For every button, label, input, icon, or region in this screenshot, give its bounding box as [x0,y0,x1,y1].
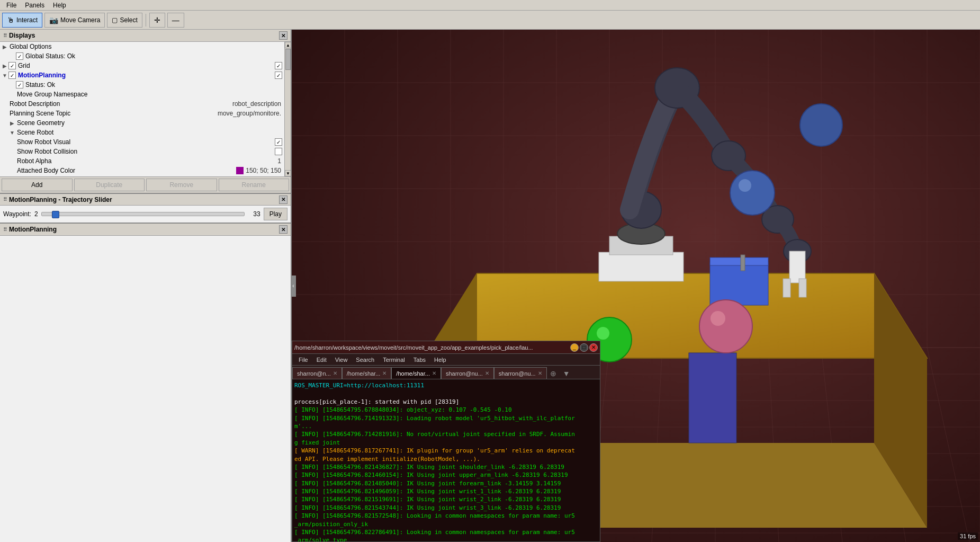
motion-planning-right-checkbox[interactable] [275,72,282,79]
terminal-add-tab-button[interactable]: ⊕ [547,368,560,379]
terminal-maximize-button[interactable]: □ [580,343,588,352]
term-menu-help[interactable]: Help [430,356,451,364]
tree-item-show-robot-visual[interactable]: Show Robot Visual [15,137,284,147]
3d-viewport[interactable]: 31 fps /home/sharron/workspace/views/mov… [292,30,980,542]
tree-item-scene-robot[interactable]: ▼ Scene Robot [7,128,284,137]
trajectory-close-button[interactable]: ✕ [279,196,287,204]
scroll-up-arrow[interactable]: ▲ [285,42,291,48]
terminal-line: [ INFO] [1548654796.821543744]: IK Using… [294,504,598,512]
tab-close-2[interactable]: ✕ [382,370,386,376]
motion-planning-checkbox[interactable] [8,72,16,79]
collapse-handle[interactable]: ‹ [291,276,296,297]
menu-help[interactable]: Help [49,1,70,10]
terminal-tab-3[interactable]: /home/shar... ✕ [391,367,441,379]
select-button[interactable]: ▢ Select [107,13,142,28]
tree-item-robot-desc[interactable]: Robot Description robot_description [7,99,284,109]
tab-label-3: /home/shar... [396,370,430,377]
color-swatch[interactable] [236,167,244,174]
svg-rect-60 [710,257,768,265]
term-menu-file[interactable]: File [294,356,312,364]
term-menu-search[interactable]: Search [352,356,379,364]
attached-body-color-value: 150; 50; 150 [246,167,281,174]
expand-icon: ▶ [1,43,8,50]
duplicate-button[interactable]: Duplicate [74,179,145,191]
show-robot-visual-checkbox[interactable] [275,138,282,146]
tree-item-planning-scene-topic[interactable]: Planning Scene Topic move_group/monitore… [7,109,284,118]
scroll-down-arrow[interactable]: ▼ [285,170,291,176]
robot-desc-label: Robot Description [8,100,232,108]
play-button[interactable]: Play [264,208,287,220]
terminal-options-button[interactable]: ▼ [560,368,573,379]
tree-item-status-ok[interactable]: Status: Ok [7,80,284,90]
attached-body-color-label: Attached Body Color [16,167,236,174]
terminal-close-button[interactable]: ✕ [589,343,598,352]
rename-button[interactable]: Rename [219,179,290,191]
trajectory-slider[interactable] [41,212,245,216]
add-button[interactable]: Add [2,179,73,191]
svg-rect-48 [599,252,684,281]
select-label: Select [120,16,137,24]
interact-label: Interact [16,16,38,24]
slider-thumb[interactable] [52,211,59,218]
menu-panels[interactable]: Panels [21,1,49,10]
terminal-tab-5[interactable]: sharron@nu... ✕ [494,367,547,379]
terminal-line: [ INFO] [1548654795.678848034]: object_x… [294,406,598,414]
waypoint-row: Waypoint: 2 33 Play [0,206,291,223]
tree-item-motion-planning[interactable]: ▼ MotionPlanning [0,70,284,80]
terminal-tab-4[interactable]: sharron@nu... ✕ [441,367,494,379]
tree-item-move-group-ns[interactable]: Move Group Namespace [7,90,284,99]
global-status-checkbox[interactable] [16,52,23,60]
expand-icon: ▶ [8,119,16,127]
motion-planning-panel-title: MotionPlanning [9,226,57,233]
remove-button[interactable]: Remove [146,179,217,191]
term-menu-edit[interactable]: Edit [312,356,331,364]
motion-planning-panel-header: ⠿ MotionPlanning ✕ [0,224,291,236]
tree-item-robot-alpha[interactable]: Robot Alpha 1 [15,156,284,166]
term-menu-tabs[interactable]: Tabs [409,356,430,364]
displays-title: Displays [9,32,35,39]
motion-planning-close-button[interactable]: ✕ [279,225,287,234]
trajectory-panel-header: ⠿ MotionPlanning - Trajectory Slider ✕ [0,194,291,206]
terminal-line: [ INFO] [1548654796.821436827]: IK Using… [294,463,598,471]
move-camera-button[interactable]: 📷 Move Camera [44,13,105,28]
tree-item-scene-geometry[interactable]: ▶ Scene Geometry [7,118,284,128]
tab-close-3[interactable]: ✕ [432,370,436,376]
show-robot-collision-checkbox[interactable] [275,148,282,155]
interact-button[interactable]: 🖱 Interact [2,13,42,28]
crosshair-button[interactable]: ✛ [149,13,165,28]
tree-item-show-robot-collision[interactable]: Show Robot Collision [15,147,284,156]
minus-button[interactable]: — [167,13,184,28]
tab-close-4[interactable]: ✕ [485,370,489,376]
status-ok-checkbox[interactable] [16,81,23,88]
displays-inner: ▶ Global Options Global Status: Ok [0,42,291,176]
term-menu-terminal[interactable]: Terminal [379,356,409,364]
expand-icon: ▶ [1,62,8,69]
tree-item-attached-body-color[interactable]: Attached Body Color 150; 50; 150 [15,166,284,175]
scroll-thumb[interactable] [285,49,291,70]
terminal-tab-1[interactable]: sharron@n... ✕ [292,367,342,379]
svg-point-64 [699,300,752,353]
left-panel: ⠿ Displays ✕ ▶ Global Options [0,30,292,542]
terminal-minimize-button[interactable]: _ [570,343,579,352]
displays-close-button[interactable]: ✕ [279,31,287,40]
grid-checkbox[interactable] [8,62,16,69]
tree-item-grid[interactable]: ▶ Grid [0,61,284,70]
terminal-tab-2[interactable]: /home/shar... ✕ [342,367,392,379]
motion-planning-label: MotionPlanning [17,72,66,79]
displays-scrollbar[interactable]: ▲ ▼ [284,42,291,176]
grid-right-checkbox[interactable] [275,62,282,69]
tree-item-global-status[interactable]: Global Status: Ok [7,51,284,61]
svg-point-65 [711,311,725,326]
terminal-titlebar: /home/sharron/workspace/views/moveit/src… [292,341,600,354]
tab-close-5[interactable]: ✕ [538,370,542,376]
term-menu-view[interactable]: View [331,356,352,364]
show-robot-visual-label: Show Robot Visual [16,138,275,146]
robot-desc-value: robot_description [232,100,281,108]
terminal-line: process[pick_place-1]: started with pid … [294,398,598,406]
tab-close-1[interactable]: ✕ [333,370,337,376]
terminal-body[interactable]: ROS_MASTER_URI=http://localhost:11311 pr… [292,379,600,541]
tree-item-global-options[interactable]: ▶ Global Options [0,42,284,51]
svg-rect-59 [710,263,768,305]
menu-file[interactable]: File [2,1,21,10]
trajectory-panel-title: MotionPlanning - Trajectory Slider [9,196,112,203]
